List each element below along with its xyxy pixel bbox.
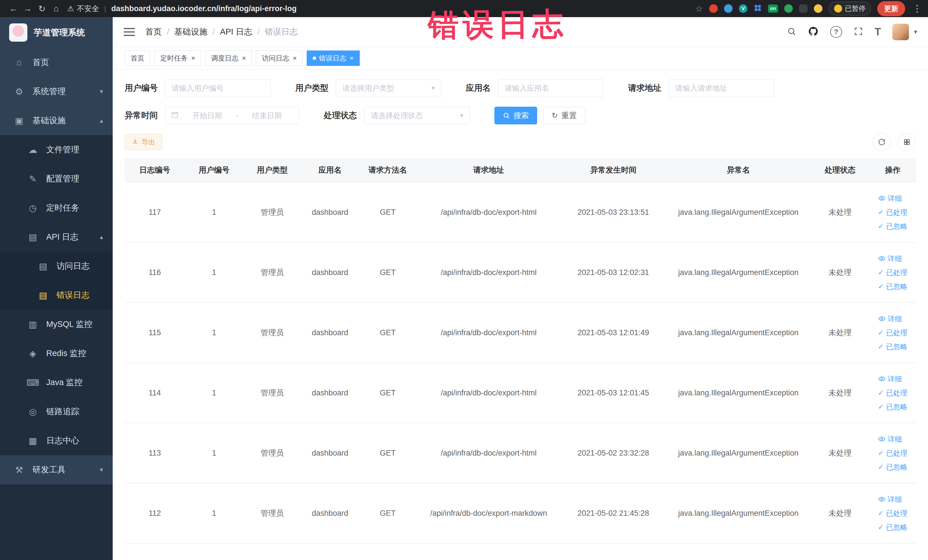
close-icon[interactable]: × [242, 55, 246, 62]
table-toolbar: 导出 [125, 133, 916, 151]
search-button[interactable]: 搜索 [495, 107, 537, 124]
sidebar-item-error-log[interactable]: ▤错误日志 [0, 281, 113, 310]
sidebar-item-scheduled-tasks[interactable]: ◷定时任务 [0, 194, 113, 223]
chevron-down-icon: ▾ [460, 112, 463, 119]
extension-icon[interactable] [724, 4, 733, 13]
paused-badge[interactable]: 已暂停 [829, 2, 871, 15]
action-detail[interactable]: 详细 [878, 254, 902, 263]
sidebar-item-dev-tools[interactable]: ⚒研发工具▾ [0, 455, 113, 484]
process-status-select[interactable]: 请选择处理状态 ▾ [364, 107, 470, 124]
column-header: 日志编号 [125, 158, 185, 182]
sidebar-item-config-mgmt[interactable]: ✎配置管理 [0, 164, 113, 194]
home-icon[interactable]: ⌂ [49, 2, 63, 15]
forward-icon[interactable]: → [21, 2, 35, 15]
sidebar-item-log-center[interactable]: ▦日志中心 [0, 426, 113, 455]
sidebar-item-redis-monitor[interactable]: ◈Redis 监控 [0, 339, 113, 368]
extension-icon[interactable] [709, 4, 718, 13]
action-processed[interactable]: ✓已处理 [878, 509, 907, 518]
calendar-icon [171, 111, 179, 121]
action-detail[interactable]: 详细 [878, 314, 902, 323]
user-avatar[interactable] [892, 24, 909, 40]
profile-avatar[interactable] [814, 4, 823, 13]
extension-icon[interactable] [784, 4, 793, 13]
action-processed[interactable]: ✓已处理 [878, 328, 907, 337]
breadcrumb-item[interactable]: 基础设施 [174, 26, 208, 38]
app-logo[interactable]: 芋道管理系统 [0, 17, 113, 48]
close-icon[interactable]: × [350, 55, 354, 62]
search-icon[interactable] [787, 26, 797, 37]
sidebar-item-access-log[interactable]: ▤访问日志 [0, 252, 113, 281]
table-row: 1131管理员dashboardGET/api/infra/db-doc/exp… [125, 423, 916, 483]
check-icon: ✓ [878, 269, 884, 276]
tab-schedule-log[interactable]: 调度日志× [205, 50, 252, 66]
close-icon[interactable]: × [191, 55, 195, 62]
action-ignored[interactable]: ✓已忽略 [878, 342, 907, 351]
address-bar[interactable]: ⚠ 不安全 | dashboard.yudao.iocoder.cn/infra… [67, 4, 695, 14]
font-size-icon[interactable]: T [875, 26, 881, 38]
tags-bar: 首页定时任务×调度日志×访问日志×错误日志× [113, 47, 928, 70]
tab-home[interactable]: 首页 [125, 50, 150, 66]
extensions-puzzle-icon[interactable] [799, 4, 807, 13]
sidebar-item-mysql-monitor[interactable]: ▥MySQL 监控 [0, 310, 113, 339]
action-processed[interactable]: ✓已处理 [878, 208, 907, 217]
date-range-picker[interactable]: 开始日期 - 结束日期 [165, 107, 299, 124]
fullscreen-icon[interactable] [853, 26, 863, 37]
cell-time: 2021-05-02 21:45:28 [560, 483, 666, 543]
close-icon[interactable]: × [293, 55, 297, 62]
action-detail[interactable]: 详细 [878, 435, 902, 444]
export-button[interactable]: 导出 [125, 134, 162, 150]
reload-icon[interactable]: ↻ [35, 2, 49, 15]
action-ignored[interactable]: ✓已忽略 [878, 462, 907, 472]
action-processed[interactable]: ✓已处理 [878, 388, 907, 398]
user-id-input[interactable] [165, 79, 271, 97]
eye-icon [878, 435, 885, 443]
app-name-input[interactable] [498, 79, 604, 97]
breadcrumb-item[interactable]: API 日志 [220, 26, 252, 38]
sidebar-item-infrastructure[interactable]: ▣基础设施▴ [0, 106, 113, 135]
action-ignored[interactable]: ✓已忽略 [878, 282, 907, 291]
action-detail[interactable]: 详细 [878, 495, 902, 504]
refresh-table-button[interactable] [873, 133, 891, 151]
action-label: 已忽略 [886, 462, 907, 472]
hamburger-icon[interactable] [124, 28, 135, 36]
github-icon[interactable] [808, 26, 819, 38]
action-ignored[interactable]: ✓已忽略 [878, 222, 907, 231]
request-url-input[interactable] [669, 79, 774, 97]
help-icon[interactable]: ? [830, 26, 842, 38]
reset-button[interactable]: ↻ 重置 [543, 107, 585, 124]
sidebar-item-java-monitor[interactable]: ⌨Java 监控 [0, 368, 113, 397]
action-processed[interactable]: ✓已处理 [878, 268, 907, 277]
extension-icon[interactable] [754, 4, 762, 13]
action-processed[interactable]: ✓已处理 [878, 449, 907, 458]
user-type-select[interactable]: 请选择用户类型 ▾ [336, 79, 441, 97]
sidebar-item-link-trace[interactable]: ◎链路追踪 [0, 397, 113, 426]
action-detail[interactable]: 详细 [878, 194, 902, 203]
bookmark-star-icon[interactable]: ☆ [695, 4, 703, 14]
action-ignored[interactable]: ✓已忽略 [878, 402, 907, 412]
cell-url: /api/infra/db-doc/export-html [417, 303, 561, 363]
sidebar-item-home[interactable]: ⌂首页 [0, 48, 113, 77]
action-ignored[interactable]: ✓已忽略 [878, 523, 907, 532]
action-detail[interactable]: 详细 [878, 374, 902, 384]
tab-error-log[interactable]: 错误日志× [307, 50, 360, 66]
sidebar-item-system-mgmt[interactable]: ⚙系统管理▾ [0, 77, 113, 106]
caret-down-icon[interactable]: ▾ [914, 28, 917, 36]
chevron-up-icon: ▴ [100, 233, 103, 241]
extension-icon[interactable]: on [768, 5, 778, 12]
breadcrumb-item[interactable]: 首页 [145, 26, 162, 38]
tab-access-log[interactable]: 访问日志× [256, 50, 303, 66]
extension-icon[interactable]: V [739, 4, 748, 13]
sidebar-item-file-mgmt[interactable]: ☁文件管理 [0, 135, 113, 164]
cell-method: GET [359, 182, 417, 243]
table-row: 1121管理员dashboardGET/api/infra/db-doc/exp… [125, 483, 916, 543]
sidebar-item-label: 首页 [32, 57, 49, 68]
sidebar-item-api-logs[interactable]: ▤API 日志▴ [0, 223, 113, 252]
exception-time-label: 异常时间 [125, 110, 158, 121]
menu-kebab-icon[interactable]: ⋮ [913, 3, 922, 14]
user-id-label: 用户编号 [125, 82, 158, 94]
back-icon[interactable]: ← [6, 2, 21, 15]
tab-scheduled-tasks[interactable]: 定时任务× [154, 50, 201, 66]
column-settings-button[interactable] [898, 133, 916, 151]
breadcrumb-item: 错误日志 [265, 26, 298, 38]
update-button[interactable]: 更新 [877, 1, 905, 16]
